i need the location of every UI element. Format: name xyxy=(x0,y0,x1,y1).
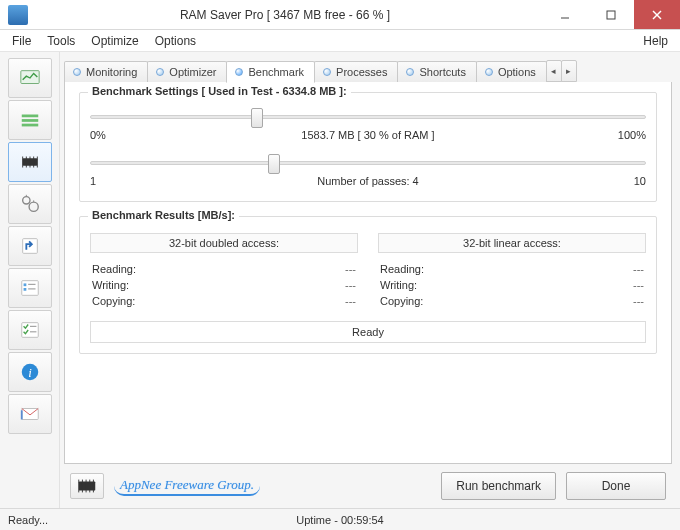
slider-thumb-icon[interactable] xyxy=(251,108,263,128)
menu-options[interactable]: Options xyxy=(147,32,204,50)
col2-header: 32-bit linear access: xyxy=(378,233,646,253)
tab-label: Monitoring xyxy=(86,66,137,78)
window-title: RAM Saver Pro [ 3467 MB free - 66 % ] xyxy=(28,8,542,22)
title-bar: RAM Saver Pro [ 3467 MB free - 66 % ] xyxy=(0,0,680,30)
tab-monitoring[interactable]: Monitoring xyxy=(64,61,148,82)
run-benchmark-button[interactable]: Run benchmark xyxy=(441,472,556,500)
app-icon xyxy=(8,5,28,25)
sidebar-benchmark[interactable] xyxy=(8,142,52,182)
sidebar-tasks-2[interactable] xyxy=(8,310,52,350)
col1-header: 32-bit doubled access: xyxy=(90,233,358,253)
close-button[interactable] xyxy=(634,0,680,29)
svg-rect-7 xyxy=(21,124,38,127)
tab-processes[interactable]: Processes xyxy=(314,61,398,82)
svg-text:i: i xyxy=(28,366,32,380)
tab-label: Shortcuts xyxy=(419,66,465,78)
tab-content: Benchmark Settings [ Used in Test - 6334… xyxy=(64,82,672,464)
tab-label: Benchmark xyxy=(248,66,304,78)
sidebar-mail[interactable] xyxy=(8,394,52,434)
slider1-value: 1583.7 MB [ 30 % of RAM ] xyxy=(301,129,434,141)
tab-dot-icon xyxy=(156,68,164,76)
status-left: Ready... xyxy=(8,514,48,526)
tab-label: Processes xyxy=(336,66,387,78)
menu-tools[interactable]: Tools xyxy=(39,32,83,50)
passes-slider[interactable] xyxy=(90,161,646,165)
tab-shortcuts[interactable]: Shortcuts xyxy=(397,61,476,82)
svg-point-15 xyxy=(29,202,38,211)
svg-rect-5 xyxy=(21,115,38,118)
row-value: --- xyxy=(345,263,356,275)
tab-bar: Monitoring Optimizer Benchmark Processes… xyxy=(64,56,672,82)
watermark-text: AppNee Freeware Group. xyxy=(114,477,260,496)
menu-bar: File Tools Optimize Options Help xyxy=(0,30,680,52)
sidebar: i xyxy=(0,52,60,508)
benchmark-results-title: Benchmark Results [MB/s]: xyxy=(88,209,239,221)
maximize-button[interactable] xyxy=(588,0,634,29)
row-value: --- xyxy=(633,279,644,291)
row-value: --- xyxy=(345,279,356,291)
slider-thumb-icon[interactable] xyxy=(268,154,280,174)
slider2-max: 10 xyxy=(634,175,646,187)
tab-dot-icon xyxy=(235,68,243,76)
svg-rect-20 xyxy=(23,283,26,286)
benchmark-settings-title: Benchmark Settings [ Used in Test - 6334… xyxy=(88,85,351,97)
menu-file[interactable]: File xyxy=(4,32,39,50)
svg-rect-1 xyxy=(607,11,615,19)
sidebar-shortcuts[interactable] xyxy=(8,226,52,266)
bottom-actions: AppNee Freeware Group. Run benchmark Don… xyxy=(64,464,672,508)
row-label: Reading: xyxy=(92,263,136,275)
row-label: Writing: xyxy=(380,279,417,291)
tab-benchmark[interactable]: Benchmark xyxy=(226,61,315,83)
tab-scroll-left[interactable]: ◂ xyxy=(546,60,562,82)
ram-amount-slider[interactable] xyxy=(90,115,646,119)
svg-rect-24 xyxy=(21,323,38,338)
tab-dot-icon xyxy=(73,68,81,76)
sidebar-info[interactable]: i xyxy=(8,352,52,392)
chip-icon xyxy=(70,473,104,499)
menu-help[interactable]: Help xyxy=(635,32,676,50)
status-bar: Ready... Uptime - 00:59:54 xyxy=(0,508,680,530)
benchmark-settings-group: Benchmark Settings [ Used in Test - 6334… xyxy=(79,92,657,202)
row-value: --- xyxy=(633,263,644,275)
sidebar-tasks-1[interactable] xyxy=(8,268,52,308)
tab-label: Options xyxy=(498,66,536,78)
benchmark-results-group: Benchmark Results [MB/s]: 32-bit doubled… xyxy=(79,216,657,354)
slider2-min: 1 xyxy=(90,175,96,187)
sidebar-monitoring[interactable] xyxy=(8,58,52,98)
tab-options[interactable]: Options xyxy=(476,61,547,82)
slider2-value: Number of passes: 4 xyxy=(317,175,419,187)
svg-rect-6 xyxy=(21,119,38,122)
svg-rect-21 xyxy=(23,288,26,291)
status-uptime: Uptime - 00:59:54 xyxy=(296,514,383,526)
tab-optimizer[interactable]: Optimizer xyxy=(147,61,227,82)
svg-rect-31 xyxy=(79,481,96,490)
minimize-button[interactable] xyxy=(542,0,588,29)
row-label: Copying: xyxy=(380,295,423,307)
slider1-max: 100% xyxy=(618,129,646,141)
tab-dot-icon xyxy=(323,68,331,76)
sidebar-processes[interactable] xyxy=(8,184,52,224)
row-label: Writing: xyxy=(92,279,129,291)
row-value: --- xyxy=(633,295,644,307)
slider1-min: 0% xyxy=(90,129,106,141)
row-label: Reading: xyxy=(380,263,424,275)
benchmark-status: Ready xyxy=(90,321,646,343)
sidebar-optimizer[interactable] xyxy=(8,100,52,140)
tab-scroll-right[interactable]: ▸ xyxy=(561,60,577,82)
svg-point-14 xyxy=(22,197,29,204)
tab-dot-icon xyxy=(406,68,414,76)
row-value: --- xyxy=(345,295,356,307)
done-button[interactable]: Done xyxy=(566,472,666,500)
tab-dot-icon xyxy=(485,68,493,76)
menu-optimize[interactable]: Optimize xyxy=(83,32,146,50)
row-label: Copying: xyxy=(92,295,135,307)
tab-label: Optimizer xyxy=(169,66,216,78)
